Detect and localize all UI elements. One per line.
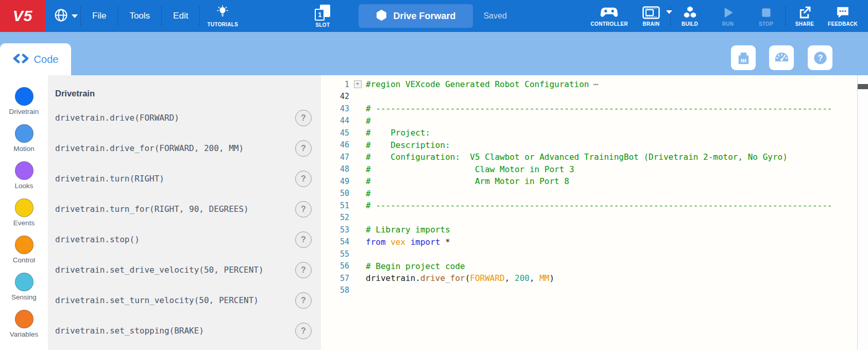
- language-globe-button[interactable]: [50, 0, 80, 32]
- code-line: 52: [321, 212, 868, 224]
- command-row[interactable]: drivetrain.stop()?: [48, 224, 321, 255]
- line-number: 56: [321, 261, 349, 271]
- line-number: 48: [321, 164, 349, 174]
- tab-code[interactable]: Code: [0, 43, 71, 75]
- code-line: 45# Project:: [321, 127, 868, 139]
- v5-logo[interactable]: V5: [0, 0, 45, 32]
- code-text: # --------------------------------------…: [366, 104, 868, 113]
- line-number: 51: [321, 201, 349, 210]
- code-line: 1+#region VEXcode Generated Robot Config…: [321, 78, 868, 91]
- category-circle-icon: [15, 87, 33, 106]
- tab-bar: Code ?: [0, 32, 868, 75]
- category-label: Motion: [13, 145, 35, 153]
- sidebar-item-motion[interactable]: Motion: [0, 120, 48, 157]
- command-row[interactable]: drivetrain.drive_for(FORWARD, 200, MM)?: [48, 133, 321, 163]
- sidebar-item-events[interactable]: Events: [0, 194, 48, 231]
- sidebar-item-sensing[interactable]: Sensing: [0, 268, 48, 305]
- run-icon: [722, 6, 735, 20]
- code-line: 48# Claw Motor in Port 3: [321, 163, 868, 176]
- lightbulb-icon: [216, 5, 229, 20]
- build-button[interactable]: BUILD: [671, 0, 709, 32]
- category-label: Variables: [10, 330, 38, 338]
- sidebar-item-looks[interactable]: Looks: [0, 157, 48, 194]
- command-row[interactable]: drivetrain.set_drive_velocity(50, PERCEN…: [48, 255, 321, 285]
- project-name-button[interactable]: Drive Forward: [359, 4, 473, 28]
- feedback-icon: [836, 6, 849, 20]
- feedback-label: FEEDBACK: [828, 21, 858, 27]
- help-button[interactable]: ?: [808, 45, 832, 70]
- slot-button[interactable]: 1 SLOT: [310, 0, 335, 32]
- command-text: drivetrain.set_drive_velocity(50, PERCEN…: [55, 265, 264, 275]
- line-number: 53: [321, 225, 349, 235]
- command-help-button[interactable]: ?: [295, 201, 312, 218]
- brain-icon: [642, 6, 660, 20]
- category-circle-icon: [15, 198, 33, 217]
- slot-icon: 1: [315, 5, 330, 21]
- globe-icon: [54, 8, 69, 25]
- code-line: 53# Library imports: [321, 224, 868, 236]
- menu-edit[interactable]: Edit: [162, 0, 199, 32]
- code-text: # --------------------------------------…: [366, 201, 868, 210]
- editor-scrollbar-thumb[interactable]: [858, 84, 868, 89]
- line-number: 49: [321, 177, 349, 186]
- device-manager-button[interactable]: [731, 45, 756, 70]
- stop-label: STOP: [759, 21, 773, 27]
- command-row[interactable]: drivetrain.set_turn_velocity(50, PERCENT…: [48, 285, 321, 315]
- command-help-button[interactable]: ?: [295, 262, 312, 278]
- code-text: # Configuration: V5 Clawbot or Advanced …: [366, 152, 868, 162]
- command-row[interactable]: drivetrain.set_stopping(BRAKE)?: [48, 315, 321, 346]
- command-text: drivetrain.set_turn_velocity(50, PERCENT…: [55, 295, 259, 305]
- code-text: # Begin project code: [366, 261, 868, 271]
- sidebar-item-variables[interactable]: Variables: [0, 305, 48, 342]
- device-button-cluster: CONTROLLERBRAINBUILDRUNSTOPSHAREFEEDBACK: [587, 0, 862, 32]
- command-row[interactable]: drivetrain.drive(FORWARD)?: [48, 103, 321, 133]
- command-help-button[interactable]: ?: [295, 171, 312, 187]
- share-button[interactable]: SHARE: [786, 0, 824, 32]
- line-number: 54: [321, 237, 349, 246]
- editor-scrollbar[interactable]: [857, 75, 868, 350]
- sidebar-item-drivetrain[interactable]: Drivetrain: [0, 82, 48, 120]
- command-text: drivetrain.drive(FORWARD): [55, 113, 179, 123]
- code-text: # Project:: [366, 128, 868, 138]
- category-circle-icon: [15, 273, 33, 291]
- code-text: # Library imports: [366, 225, 868, 235]
- command-help-button[interactable]: ?: [295, 140, 312, 157]
- code-line: 57drivetrain.drive_for(FORWARD, 200, MM): [321, 272, 868, 285]
- gauge-icon: [773, 49, 790, 66]
- brain-button[interactable]: BRAIN: [632, 0, 670, 32]
- command-text: drivetrain.set_stopping(BRAKE): [55, 326, 204, 336]
- main-content: DrivetrainMotionLooksEventsControlSensin…: [0, 75, 868, 350]
- build-icon: [683, 6, 697, 20]
- fold-ellipsis: ⋯: [593, 79, 598, 89]
- code-line: 50#: [321, 188, 868, 200]
- code-text: # Claw Motor in Port 3: [366, 164, 868, 174]
- command-row[interactable]: drivetrain.turn_for(RIGHT, 90, DEGREES)?: [48, 194, 321, 224]
- project-name: Drive Forward: [393, 11, 455, 22]
- command-help-button[interactable]: ?: [295, 231, 312, 248]
- command-row[interactable]: drivetrain.turn(RIGHT)?: [48, 163, 321, 194]
- command-help-button[interactable]: ?: [295, 110, 312, 126]
- feedback-button[interactable]: FEEDBACK: [824, 0, 862, 32]
- line-number: 58: [321, 286, 349, 295]
- tutorials-button[interactable]: TUTORIALS: [200, 0, 245, 32]
- code-line: 54from vex import *: [321, 236, 868, 248]
- code-editor[interactable]: 1+#region VEXcode Generated Robot Config…: [321, 75, 868, 350]
- hexagon-icon: [376, 9, 387, 23]
- menu-tools[interactable]: Tools: [118, 0, 161, 32]
- code-tab-label: Code: [34, 54, 59, 65]
- command-text: drivetrain.turn_for(RIGHT, 90, DEGREES): [55, 204, 249, 214]
- fold-slot: +: [353, 80, 362, 88]
- command-text: drivetrain.turn(RIGHT): [55, 174, 164, 184]
- device-port-icon: [736, 50, 752, 66]
- controller-label: CONTROLLER: [591, 21, 628, 27]
- controller-button[interactable]: CONTROLLER: [587, 0, 632, 32]
- dashboard-button[interactable]: [769, 45, 794, 70]
- category-label: Looks: [14, 182, 33, 190]
- command-help-button[interactable]: ?: [295, 323, 312, 339]
- fold-toggle-icon[interactable]: +: [354, 80, 362, 88]
- command-help-button[interactable]: ?: [295, 292, 312, 309]
- sidebar-item-control[interactable]: Control: [0, 231, 48, 268]
- menu-file[interactable]: File: [81, 0, 117, 32]
- code-brackets-icon: [13, 54, 29, 65]
- code-text: # Description:: [366, 140, 868, 150]
